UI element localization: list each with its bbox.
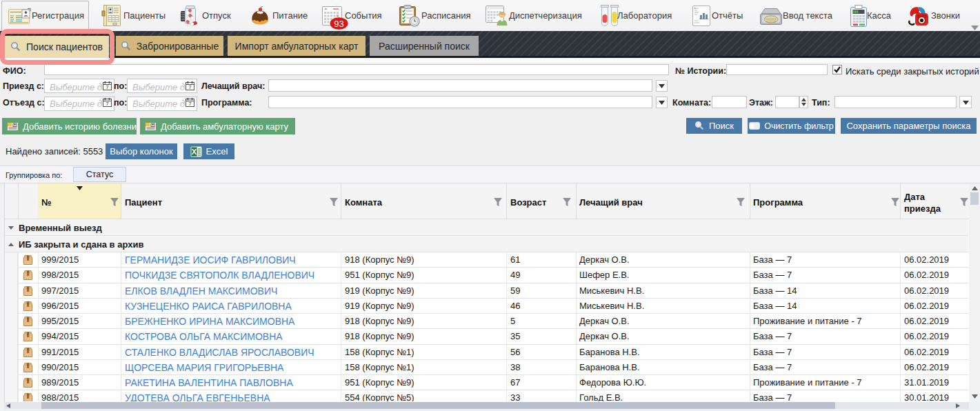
svg-text:7: 7 [188,84,192,90]
svg-text:7: 7 [106,84,109,90]
svg-text:7: 7 [106,101,109,107]
svg-text:7: 7 [188,101,192,107]
svg-text:93: 93 [334,19,343,29]
svg-text:X: X [191,148,197,156]
